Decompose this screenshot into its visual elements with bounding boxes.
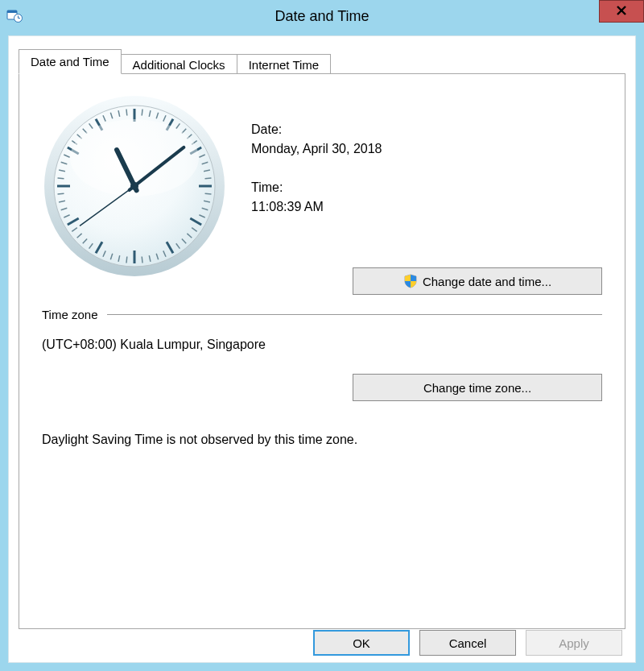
tab-internet-time[interactable]: Internet Time — [237, 54, 332, 75]
svg-line-57 — [58, 178, 64, 179]
analog-clock — [42, 93, 227, 279]
divider-line — [107, 314, 602, 315]
cancel-button[interactable]: Cancel — [419, 630, 516, 656]
time-zone-section-header: Time zone — [42, 308, 602, 321]
tab-label: Internet Time — [249, 58, 320, 72]
tab-strip: Date and Time Additional Clocks Internet… — [19, 44, 625, 73]
svg-rect-1 — [7, 10, 17, 13]
time-value: 11:08:39 AM — [251, 200, 602, 214]
dst-note: Daylight Saving Time is not observed by … — [42, 433, 602, 447]
svg-line-44 — [142, 257, 142, 263]
svg-point-73 — [130, 182, 138, 190]
button-label: Change time zone... — [423, 381, 531, 395]
tab-page-date-and-time: Date: Monday, April 30, 2018 Time: 11:08… — [19, 73, 625, 629]
ok-button[interactable]: OK — [313, 630, 410, 656]
svg-line-45 — [126, 257, 127, 263]
button-label: Apply — [559, 636, 589, 650]
date-time-icon — [6, 8, 23, 24]
window-title: Date and Time — [0, 8, 644, 25]
time-label: Time: — [251, 180, 602, 195]
tab-date-and-time[interactable]: Date and Time — [19, 49, 122, 74]
change-date-time-button[interactable]: Change date and time... — [353, 267, 602, 295]
svg-line-56 — [58, 193, 64, 194]
button-label: OK — [353, 636, 370, 650]
change-time-zone-button[interactable]: Change time zone... — [353, 374, 602, 401]
tab-label: Date and Time — [31, 55, 109, 68]
time-zone-value: (UTC+08:00) Kuala Lumpur, Singapore — [42, 338, 602, 352]
svg-line-68 — [126, 110, 127, 116]
apply-button[interactable]: Apply — [526, 630, 622, 656]
svg-line-32 — [205, 178, 212, 179]
button-label: Change date and time... — [423, 275, 551, 288]
title-bar: Date and Time — [0, 0, 644, 32]
tab-additional-clocks[interactable]: Additional Clocks — [121, 54, 237, 75]
date-label: Date: — [251, 122, 602, 137]
close-button[interactable] — [599, 0, 644, 23]
date-value: Monday, April 30, 2018 — [251, 142, 602, 156]
tab-label: Additional Clocks — [133, 58, 225, 72]
svg-line-33 — [205, 193, 212, 194]
date-time-window: Date and Time Date and Time Additional C… — [0, 0, 644, 671]
client-area: Date and Time Additional Clocks Internet… — [8, 35, 636, 663]
dialog-footer: OK Cancel Apply — [9, 630, 635, 656]
date-time-text-block: Date: Monday, April 30, 2018 Time: 11:08… — [251, 93, 602, 279]
button-label: Cancel — [449, 636, 487, 650]
close-icon — [616, 3, 627, 20]
uac-shield-icon — [403, 274, 418, 288]
time-zone-heading: Time zone — [42, 308, 97, 321]
svg-line-21 — [142, 110, 142, 116]
date-time-display-row: Date: Monday, April 30, 2018 Time: 11:08… — [42, 93, 602, 279]
